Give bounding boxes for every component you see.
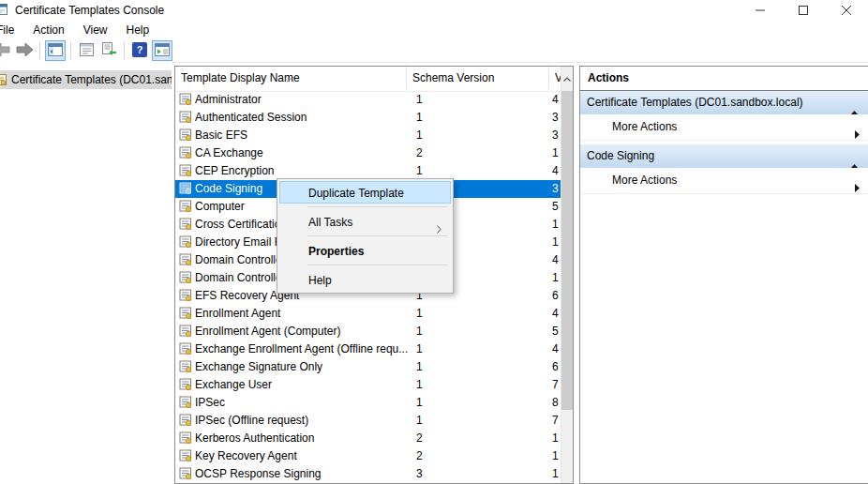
menu-item-label: Properties bbox=[308, 245, 364, 258]
certificate-template-icon bbox=[179, 467, 192, 480]
menu-separator bbox=[307, 235, 447, 236]
export-list-icon bbox=[101, 42, 116, 59]
certificate-template-icon bbox=[179, 414, 192, 427]
more-actions-certificate-templates[interactable]: More Actions bbox=[580, 114, 868, 141]
show-console-tree-button[interactable] bbox=[45, 40, 66, 61]
template-row[interactable]: Enrollment Agent (Computer) 1 5 bbox=[175, 323, 561, 340]
menu-bar: File Action View Help bbox=[0, 21, 868, 39]
action-item-label: More Actions bbox=[612, 174, 677, 187]
template-row-schema-version: 1 bbox=[416, 109, 472, 127]
menu-item-duplicate-template[interactable]: Duplicate Template bbox=[279, 181, 451, 204]
template-row[interactable]: Key Recovery Agent 2 1 bbox=[175, 447, 561, 465]
template-row[interactable]: Authenticated Session 1 3 bbox=[175, 109, 561, 127]
scrollbar-thumb[interactable] bbox=[561, 91, 573, 410]
console-tree-panel: Certificate Templates (DC01.sandbox.loca… bbox=[0, 62, 172, 484]
certificate-template-icon bbox=[179, 431, 192, 445]
certificate-template-icon bbox=[179, 396, 192, 409]
template-row-schema-version: 1 bbox=[416, 412, 472, 430]
certificate-template-icon bbox=[179, 342, 192, 355]
scrollbar-up-button[interactable] bbox=[561, 67, 573, 91]
template-row[interactable]: CA Exchange 2 1 bbox=[175, 144, 561, 162]
certificate-template-icon bbox=[179, 218, 192, 231]
menu-separator bbox=[307, 265, 447, 265]
action-item-label: More Actions bbox=[612, 120, 677, 133]
certificate-template-icon bbox=[179, 111, 192, 124]
menu-item-label: Duplicate Template bbox=[308, 187, 404, 200]
template-row[interactable]: Exchange Enrollment Agent (Offline requ.… bbox=[175, 340, 561, 358]
template-row-schema-version: 1 bbox=[416, 305, 472, 323]
certificate-template-icon bbox=[179, 200, 192, 213]
list-header: Template Display Name Schema Version V bbox=[175, 67, 561, 92]
show-action-pane-icon bbox=[155, 43, 170, 59]
template-row-label: IPSec bbox=[195, 394, 412, 412]
template-row-label: Authenticated Session bbox=[195, 109, 412, 127]
template-row[interactable]: IPSec (Offline request) 1 7 bbox=[175, 412, 561, 430]
template-row[interactable]: Administrator 1 4 bbox=[175, 91, 561, 109]
template-row-schema-version: 1 bbox=[416, 358, 472, 376]
close-button[interactable] bbox=[825, 0, 868, 21]
sort-ascending-icon bbox=[286, 68, 295, 90]
forward-button[interactable] bbox=[14, 40, 35, 61]
certificate-template-icon bbox=[179, 235, 192, 249]
export-list-button[interactable] bbox=[98, 40, 119, 61]
menu-view[interactable]: View bbox=[74, 21, 117, 39]
template-row[interactable]: IPSec 1 8 bbox=[175, 394, 561, 412]
template-row-label: Exchange Signature Only bbox=[195, 358, 412, 376]
template-row-label: OCSP Response Signing bbox=[195, 465, 412, 483]
template-row-label: Exchange User bbox=[195, 376, 412, 394]
show-action-pane-button[interactable] bbox=[152, 40, 172, 61]
minimize-button[interactable] bbox=[739, 0, 782, 21]
certificate-template-icon bbox=[179, 449, 192, 462]
title-bar: Certificate Templates Console bbox=[0, 0, 868, 21]
template-row-schema-version: 1 bbox=[416, 394, 472, 412]
certificate-template-icon bbox=[179, 129, 192, 142]
template-row[interactable]: Exchange User 1 7 bbox=[175, 376, 561, 394]
template-row[interactable]: Enrollment Agent 1 4 bbox=[175, 305, 561, 323]
template-row-label: Administrator bbox=[195, 91, 412, 109]
back-icon bbox=[0, 43, 10, 59]
toolbar-separator bbox=[70, 42, 71, 59]
submenu-arrow-icon bbox=[437, 219, 441, 241]
column-header-schema-version[interactable]: Schema Version bbox=[407, 67, 549, 90]
column-header-label: Schema Version bbox=[412, 71, 494, 84]
help-icon: ? bbox=[132, 42, 147, 60]
template-row-label: Key Recovery Agent bbox=[195, 447, 412, 465]
template-row-schema-version: 1 bbox=[416, 91, 472, 109]
context-menu: Duplicate Template All Tasks Properties … bbox=[277, 178, 454, 294]
column-header-template-display-name[interactable]: Template Display Name bbox=[175, 67, 407, 90]
mmc-app-icon bbox=[0, 3, 7, 16]
template-row[interactable]: Kerberos Authentication 2 1 bbox=[175, 430, 561, 447]
menu-file[interactable]: File bbox=[0, 21, 23, 39]
template-row-schema-version: 3 bbox=[416, 465, 472, 483]
template-row[interactable]: OCSP Response Signing 3 1 bbox=[175, 465, 561, 483]
list-scrollbar[interactable] bbox=[561, 67, 573, 483]
menu-item-help[interactable]: Help bbox=[279, 268, 451, 291]
help-button[interactable]: ? bbox=[129, 40, 150, 61]
certificate-template-icon bbox=[179, 271, 192, 284]
menu-help[interactable]: Help bbox=[117, 21, 159, 39]
action-section-label: Code Signing bbox=[587, 149, 654, 162]
back-button[interactable] bbox=[0, 40, 12, 61]
action-section-code-signing[interactable]: Code Signing bbox=[580, 144, 868, 168]
certificate-templates-node-icon bbox=[0, 73, 7, 92]
menu-item-label: Help bbox=[308, 274, 332, 287]
template-row[interactable]: Basic EFS 1 3 bbox=[175, 127, 561, 144]
tree-item-certificate-templates[interactable]: Certificate Templates (DC01.sandbox.loca… bbox=[0, 70, 172, 89]
action-section-certificate-templates[interactable]: Certificate Templates (DC01.sandbox.loca… bbox=[580, 91, 868, 114]
maximize-button[interactable] bbox=[782, 0, 825, 21]
menu-item-all-tasks[interactable]: All Tasks bbox=[279, 210, 451, 233]
certificate-templates-console-window: Certificate Templates Console File Actio… bbox=[0, 0, 868, 484]
template-row-schema-version: 1 bbox=[416, 323, 472, 340]
menu-action[interactable]: Action bbox=[23, 21, 73, 39]
template-row-label: Basic EFS bbox=[195, 127, 412, 144]
menu-item-properties[interactable]: Properties bbox=[279, 239, 451, 262]
collapse-icon[interactable] bbox=[850, 154, 859, 168]
properties-button[interactable] bbox=[76, 40, 97, 61]
more-actions-code-signing[interactable]: More Actions bbox=[580, 168, 868, 194]
toolbar-separator bbox=[39, 42, 40, 59]
collapse-icon[interactable] bbox=[850, 100, 859, 114]
show-console-tree-icon bbox=[48, 43, 63, 59]
template-row-label: Exchange Enrollment Agent (Offline requ.… bbox=[195, 340, 412, 358]
template-row-label: CA Exchange bbox=[195, 144, 412, 162]
template-row[interactable]: Exchange Signature Only 1 6 bbox=[175, 358, 561, 376]
